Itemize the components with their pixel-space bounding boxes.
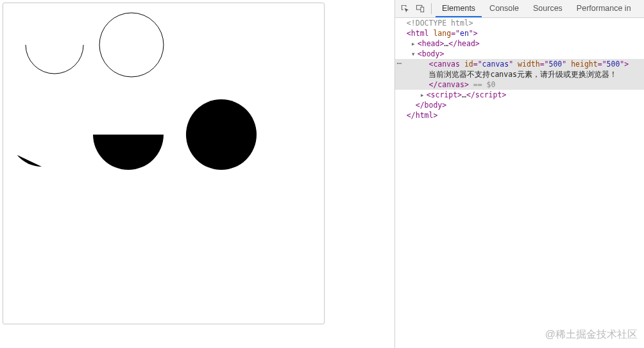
svg-rect-1 bbox=[420, 7, 423, 12]
page-preview bbox=[0, 0, 394, 348]
drawing-canvas bbox=[3, 3, 324, 324]
dom-html-open[interactable]: <html lang="en"> bbox=[395, 28, 644, 38]
overflow-icon: ⋯ bbox=[395, 59, 405, 69]
canvas-container bbox=[3, 3, 325, 324]
toolbar-separator bbox=[431, 3, 432, 14]
dom-body-open[interactable]: ▾<body> bbox=[395, 49, 644, 59]
dom-script[interactable]: ▸<script>…</script> bbox=[395, 90, 644, 100]
watermark-text: @稀土掘金技术社区 bbox=[545, 328, 638, 342]
dom-doctype[interactable]: <!DOCTYPE html> bbox=[395, 18, 644, 28]
devtools-toolbar: Elements Console Sources Performance in bbox=[395, 0, 644, 18]
dom-tree[interactable]: <!DOCTYPE html> <html lang="en"> ▸<head>… bbox=[395, 18, 644, 348]
devtools-panel: Elements Console Sources Performance in … bbox=[394, 0, 644, 348]
dom-canvas-open[interactable]: ⋯ <canvas id="canvas" width="500" height… bbox=[395, 59, 644, 69]
tab-performance[interactable]: Performance in bbox=[570, 0, 638, 17]
tab-sources[interactable]: Sources bbox=[527, 0, 569, 17]
device-toggle-icon[interactable] bbox=[413, 2, 427, 16]
inspect-icon[interactable] bbox=[398, 2, 412, 16]
dom-body-close[interactable]: </body> bbox=[395, 100, 644, 110]
tab-console[interactable]: Console bbox=[483, 0, 525, 17]
dom-canvas-text[interactable]: 当前浏览器不支持canvas元素，请升级或更换浏览器！ bbox=[395, 69, 644, 79]
dom-html-close[interactable]: </html> bbox=[395, 110, 644, 120]
dom-head[interactable]: ▸<head>…</head> bbox=[395, 38, 644, 49]
tab-elements[interactable]: Elements bbox=[436, 0, 482, 17]
dom-canvas-close[interactable]: </canvas> == $0 bbox=[395, 79, 644, 90]
